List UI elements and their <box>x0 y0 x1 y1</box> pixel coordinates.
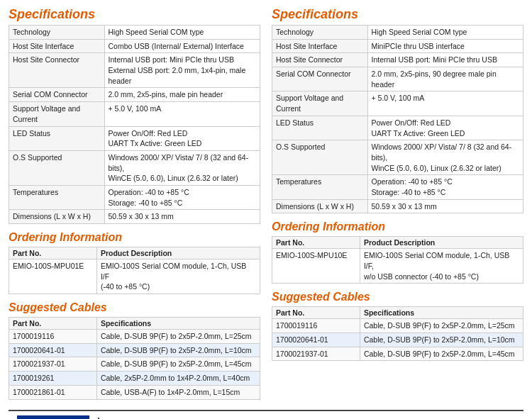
spec-label: Host Site Interface <box>272 39 368 53</box>
left-cables-table: Part No. Specifications 1700019116Cable,… <box>9 317 260 399</box>
spec-value: Operation: -40 to +85 °C Storage: -40 to… <box>104 185 260 209</box>
left-column: Specifications TechnologyHigh Speed Seri… <box>9 7 260 400</box>
cable-spec: Cable, D-SUB 9P(F) to 2x5P-2.0mm, L=10cm <box>96 343 260 357</box>
spec-value: + 5.0 V, 100 mA <box>367 91 523 116</box>
spec-value: Combo USB (Internal/ External) Interface <box>104 39 260 53</box>
spec-value: Power On/Off: Red LED UART Tx Active: Gr… <box>104 126 260 150</box>
spec-value: 2.0 mm, 2x5-pins, 90 degree male pin hea… <box>367 67 523 91</box>
logo-adv: AD <box>21 417 37 420</box>
right-order-table: Part No. Product Description EMIO-100S-M… <box>272 236 523 284</box>
logo-suffix: ▲NTECH <box>37 417 85 420</box>
spec-label: O.S Supported <box>9 150 105 185</box>
order-desc: EMIO-100S Serial COM module, 1-Ch, USB I… <box>96 259 260 294</box>
spec-label: Host Site Interface <box>9 39 105 53</box>
main-content: Specifications TechnologyHigh Speed Seri… <box>9 7 523 400</box>
spec-value: Windows 2000/ XP/ Vista/ 7/ 8 (32 and 64… <box>104 150 260 185</box>
spec-label: Serial COM Connector <box>9 88 105 102</box>
left-cables-col1: Part No. <box>9 318 97 330</box>
right-cables-title: Suggested Cables <box>272 291 523 303</box>
spec-label: Serial COM Connector <box>272 67 368 91</box>
right-cables-col1: Part No. <box>272 307 360 319</box>
left-spec-table: TechnologyHigh Speed Serial COM typeHost… <box>9 25 260 224</box>
spec-value: Operation: -40 to +85 °C Storage: -40 to… <box>367 175 523 199</box>
cable-spec: Cable, D-SUB 9P(F) to 2x5P-2.0mm, L=45cm <box>96 357 260 371</box>
cable-spec: Cable, D-SUB 9P(F) to 2x5P-2.0mm, L=10cm <box>360 333 523 347</box>
spec-value: Internal USB port: Mini PCIe thru USB Ex… <box>104 53 260 88</box>
right-order-col2: Product Description <box>360 237 523 249</box>
left-order-title: Ordering Information <box>9 231 260 244</box>
spec-label: LED Status <box>9 126 105 150</box>
right-spec-title: Specifications <box>272 7 523 22</box>
spec-label: Host Site Connector <box>9 53 105 88</box>
spec-value: Internal USB port: Mini PCIe thru USB <box>367 53 523 67</box>
cable-part: 1700019116 <box>272 319 360 333</box>
left-spec-title: Specifications <box>9 7 260 22</box>
spec-label: LED Status <box>272 116 368 140</box>
order-part: EMIO-100S-MPU01E <box>9 259 97 294</box>
left-order-col2: Product Description <box>96 247 260 259</box>
cable-part: 1700021937-01 <box>9 357 97 371</box>
spec-label: Temperatures <box>272 175 368 199</box>
footer: AD▲NTECH Embedded M2M/IoT Modules <box>9 410 523 420</box>
page-wrapper: Specifications TechnologyHigh Speed Seri… <box>0 0 532 419</box>
right-cables-col2: Specifications <box>360 307 523 319</box>
spec-value: High Speed Serial COM type <box>367 26 523 40</box>
cable-spec: Cable, D-SUB 9P(F) to 2x5P-2.0mm, L=25cm <box>96 330 260 344</box>
left-cables-col2: Specifications <box>96 318 260 330</box>
spec-label: Dimensions (L x W x H) <box>9 210 105 224</box>
left-cables-title: Suggested Cables <box>9 301 260 314</box>
spec-value: Power On/Off: Red LED UART Tx Active: Gr… <box>367 116 523 140</box>
cable-spec: Cable, 2x5P-2.0mm to 1x4P-2.0mm, L=40cm <box>96 371 260 386</box>
order-desc: EMIO-100S Serial COM module, 1-Ch, USB I… <box>360 249 523 284</box>
cable-part: 1700021937-01 <box>272 347 360 361</box>
footer-brand: AD▲NTECH Embedded M2M/IoT Modules <box>17 415 223 420</box>
spec-value: 50.59 x 30 x 13 mm <box>104 210 260 224</box>
spec-value: 50.59 x 30 x 13 mm <box>367 199 523 213</box>
right-spec-table: TechnologyHigh Speed Serial COM typeHost… <box>272 25 523 213</box>
right-order-col1: Part No. <box>272 237 360 249</box>
cable-part: 1700019261 <box>9 371 97 386</box>
cable-part: 1700020641-01 <box>9 343 97 357</box>
spec-value: 2.0 mm, 2x5-pins, male pin header <box>104 88 260 102</box>
cable-part: 1700019116 <box>9 330 97 344</box>
spec-label: O.S Supported <box>272 140 368 175</box>
spec-value: MiniPCIe thru USB interface <box>367 39 523 53</box>
spec-value: + 5.0 V, 100 mA <box>104 102 260 126</box>
spec-label: Support Voltage and Current <box>272 91 368 116</box>
left-order-col1: Part No. <box>9 247 97 259</box>
advantech-logo: AD▲NTECH <box>17 415 89 420</box>
spec-label: Technology <box>9 26 105 40</box>
cable-spec: Cable, D-SUB 9P(F) to 2x5P-2.0mm, L=45cm <box>360 347 523 361</box>
cable-spec: Cable, D-SUB 9P(F) to 2x5P-2.0mm, L=25cm <box>360 319 523 333</box>
spec-label: Support Voltage and Current <box>9 102 105 126</box>
right-order-title: Ordering Information <box>272 220 523 233</box>
order-part: EMIO-100S-MPU10E <box>272 249 360 284</box>
left-order-table: Part No. Product Description EMIO-100S-M… <box>9 247 260 294</box>
spec-label: Technology <box>272 26 368 40</box>
right-column: Specifications TechnologyHigh Speed Seri… <box>272 7 523 400</box>
spec-label: Dimensions (L x W x H) <box>272 199 368 213</box>
spec-value: High Speed Serial COM type <box>104 26 260 40</box>
spec-label: Host Site Connector <box>272 53 368 67</box>
spec-label: Temperatures <box>9 185 105 209</box>
spec-value: Windows 2000/ XP/ Vista/ 7/ 8 (32 and 64… <box>367 140 523 175</box>
cable-spec: Cable, USB-A(F) to 1x4P-2.0mm, L=15cm <box>96 385 260 399</box>
cable-part: 1700020641-01 <box>272 333 360 347</box>
right-cables-table: Part No. Specifications 1700019116Cable,… <box>272 306 523 361</box>
cable-part: 1700021861-01 <box>9 385 97 399</box>
